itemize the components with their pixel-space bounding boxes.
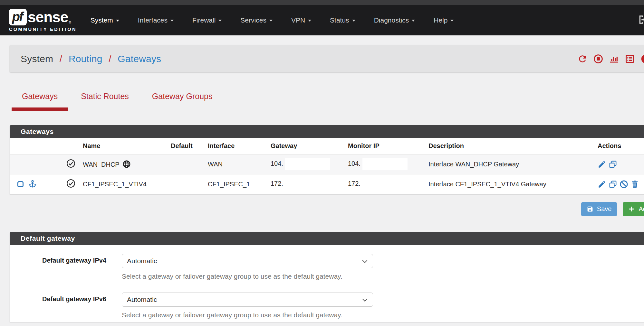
field-help-text: Select a gateway or failover gateway gro… bbox=[122, 273, 644, 280]
page-content: System / Routing / Gateways ? Gateways S… bbox=[10, 45, 644, 322]
gateways-panel: Gateways Name Default Interface Gateway … bbox=[10, 125, 644, 194]
chevron-down-icon bbox=[308, 20, 311, 22]
help-icon[interactable]: ? bbox=[640, 54, 644, 64]
chevron-down-icon bbox=[412, 20, 415, 22]
gateway-interface: CF1_IPSEC_1 bbox=[198, 174, 261, 194]
redacted-value bbox=[285, 178, 330, 190]
plus-icon bbox=[628, 206, 635, 212]
main-navbar: pf sense ® COMMUNITY EDITION System Inte… bbox=[0, 5, 644, 35]
gateways-table: Name Default Interface Gateway Monitor I… bbox=[10, 138, 644, 194]
breadcrumb-gateways-link[interactable]: Gateways bbox=[118, 53, 161, 64]
monitor-ip: 104. bbox=[348, 160, 360, 167]
check-circle-icon bbox=[66, 159, 76, 168]
community-edition-label: COMMUNITY EDITION bbox=[9, 27, 77, 32]
chevron-down-icon bbox=[450, 20, 454, 22]
pfsense-logo[interactable]: pf sense ® COMMUNITY EDITION bbox=[9, 9, 77, 32]
default-gateway-ipv4-select[interactable]: Automatic bbox=[122, 254, 373, 268]
redacted-value bbox=[362, 178, 408, 190]
panel-title: Default gateway bbox=[10, 232, 644, 245]
nav-item-help[interactable]: Help bbox=[424, 16, 463, 24]
col-monitor-ip: Monitor IP bbox=[338, 138, 419, 154]
form-field-ipv6: Default gateway IPv6 Automatic Select a … bbox=[10, 284, 644, 322]
page-action-icons: ? bbox=[577, 54, 644, 64]
col-gateway: Gateway bbox=[261, 138, 338, 154]
breadcrumb-system: System bbox=[21, 53, 53, 64]
gateway-default bbox=[161, 154, 198, 174]
redacted-value bbox=[285, 158, 330, 170]
window-top-strip bbox=[0, 0, 644, 5]
field-help-text: Select a gateway or failover gateway gro… bbox=[122, 311, 644, 319]
col-name: Name bbox=[79, 138, 161, 154]
chevron-down-icon bbox=[362, 296, 368, 302]
redacted-value bbox=[362, 158, 408, 170]
col-interface: Interface bbox=[198, 138, 261, 154]
list-icon[interactable] bbox=[625, 54, 635, 64]
field-label: Default gateway IPv6 bbox=[10, 293, 122, 307]
nav-item-interfaces[interactable]: Interfaces bbox=[129, 16, 183, 24]
breadcrumb-separator: / bbox=[60, 53, 62, 64]
gateway-description: Interface CF1_IPSEC_1_VTIV4 Gateway bbox=[419, 174, 594, 194]
routing-tabs: Gateways Static Routes Gateway Groups bbox=[10, 90, 644, 103]
pf-logo-box: pf bbox=[9, 9, 27, 25]
edit-icon[interactable] bbox=[598, 160, 606, 169]
form-field-ipv4: Default gateway IPv4 Automatic Select a … bbox=[10, 245, 644, 284]
chevron-down-icon bbox=[362, 258, 368, 263]
stop-circle-icon[interactable] bbox=[593, 54, 603, 64]
breadcrumb-routing-link[interactable]: Routing bbox=[69, 53, 102, 64]
edit-icon[interactable] bbox=[598, 180, 606, 189]
table-header-row: Name Default Interface Gateway Monitor I… bbox=[10, 138, 644, 154]
monitor-ip: 172. bbox=[348, 180, 360, 187]
nav-item-status[interactable]: Status bbox=[321, 16, 365, 24]
panel-title: Gateways bbox=[10, 125, 644, 138]
nav-item-system[interactable]: System bbox=[81, 16, 129, 24]
copy-icon[interactable] bbox=[609, 160, 617, 169]
nav-item-firewall[interactable]: Firewall bbox=[183, 16, 231, 24]
gateway-default bbox=[161, 174, 198, 194]
chevron-down-icon bbox=[170, 20, 174, 22]
anchor-icon[interactable] bbox=[28, 180, 37, 189]
gateway-name: CF1_IPSEC_1_VTIV4 bbox=[83, 181, 147, 188]
gateway-interface: WAN bbox=[198, 154, 261, 174]
chevron-down-icon bbox=[218, 20, 222, 22]
table-row: CF1_IPSEC_1_VTIV4 CF1_IPSEC_1 172. 172. … bbox=[10, 174, 644, 194]
bar-chart-icon[interactable] bbox=[609, 54, 619, 64]
save-icon bbox=[587, 206, 593, 212]
table-row: WAN_DHCP WAN 104. 104. Interface WAN_DHC… bbox=[10, 154, 644, 174]
trash-icon[interactable] bbox=[630, 180, 639, 189]
breadcrumb-bar: System / Routing / Gateways ? bbox=[10, 45, 644, 72]
copy-icon[interactable] bbox=[609, 180, 617, 189]
default-gateway-ipv6-select[interactable]: Automatic bbox=[122, 293, 373, 307]
registered-mark: ® bbox=[69, 21, 71, 24]
tab-gateway-groups[interactable]: Gateway Groups bbox=[142, 90, 223, 103]
chevron-down-icon bbox=[352, 20, 355, 22]
save-button[interactable]: Save bbox=[581, 202, 617, 216]
chevron-down-icon bbox=[269, 20, 273, 22]
gateway-address: 104. bbox=[271, 160, 283, 167]
row-checkbox[interactable] bbox=[17, 181, 24, 187]
nav-item-vpn[interactable]: VPN bbox=[282, 16, 321, 24]
refresh-icon[interactable] bbox=[577, 54, 588, 64]
check-circle-icon bbox=[66, 179, 76, 188]
logo-sense-text: sense bbox=[28, 10, 68, 24]
tab-gateways[interactable]: Gateways bbox=[12, 90, 68, 103]
globe-icon bbox=[122, 160, 131, 168]
ban-icon[interactable] bbox=[620, 180, 628, 189]
default-gateway-panel: Default gateway Default gateway IPv4 Aut… bbox=[10, 232, 644, 322]
gateway-address: 172. bbox=[271, 180, 283, 187]
gateway-name: WAN_DHCP bbox=[83, 161, 120, 168]
table-buttons: Save Add bbox=[10, 202, 644, 216]
sign-out-icon[interactable] bbox=[638, 14, 644, 26]
col-description: Description bbox=[419, 138, 594, 154]
nav-item-services[interactable]: Services bbox=[231, 16, 282, 24]
nav-menu: System Interfaces Firewall Services VPN … bbox=[81, 16, 463, 24]
field-label: Default gateway IPv4 bbox=[10, 254, 122, 268]
gateway-description: Interface WAN_DHCP Gateway bbox=[419, 154, 594, 174]
col-default: Default bbox=[161, 138, 198, 154]
chevron-down-icon bbox=[116, 20, 119, 22]
add-button[interactable]: Add bbox=[623, 202, 644, 216]
tab-static-routes[interactable]: Static Routes bbox=[71, 90, 139, 103]
col-actions: Actions bbox=[594, 138, 644, 154]
breadcrumb: System / Routing / Gateways bbox=[21, 53, 161, 64]
nav-item-diagnostics[interactable]: Diagnostics bbox=[365, 16, 425, 24]
breadcrumb-separator: / bbox=[109, 53, 111, 64]
